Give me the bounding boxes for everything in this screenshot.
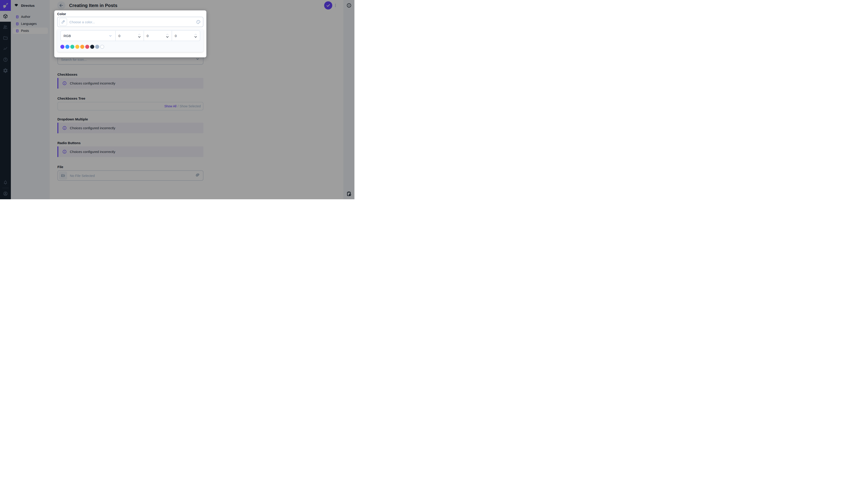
- color-swatch[interactable]: [100, 45, 104, 49]
- channel-input-r[interactable]: 0: [115, 31, 144, 41]
- color-input-placeholder: Choose a color...: [69, 20, 95, 24]
- chevron-down-icon[interactable]: [194, 36, 197, 38]
- chevron-down-icon: [108, 34, 113, 38]
- eyedropper-button[interactable]: [59, 18, 67, 26]
- color-picker-popup: Color Choose a color...: [54, 10, 206, 57]
- color-swatch[interactable]: [80, 45, 84, 49]
- color-swatch[interactable]: [95, 45, 99, 49]
- chevron-down-icon[interactable]: [166, 36, 169, 38]
- channel-value: 0: [147, 34, 149, 38]
- channel-value: 0: [119, 34, 120, 38]
- stepper: [166, 33, 169, 38]
- color-input[interactable]: Choose a color...: [57, 17, 204, 27]
- color-swatch[interactable]: [70, 45, 74, 49]
- channel-input-b[interactable]: 0: [172, 31, 200, 41]
- color-swatch[interactable]: [85, 45, 89, 49]
- chevron-up-icon[interactable]: [194, 33, 197, 35]
- preset-swatches: [60, 45, 200, 49]
- color-mode-value: RGB: [64, 34, 71, 38]
- stepper: [138, 33, 141, 38]
- color-value-inputs: RGB 0 0: [60, 30, 200, 41]
- color-mode-select[interactable]: RGB: [61, 31, 115, 41]
- palette-icon: [196, 20, 201, 24]
- color-swatch[interactable]: [60, 45, 64, 49]
- palette-button[interactable]: [196, 20, 201, 24]
- channel-input-g[interactable]: 0: [144, 31, 172, 41]
- color-field-label: Color: [57, 12, 204, 16]
- stepper: [194, 33, 197, 38]
- channel-value: 0: [175, 34, 177, 38]
- chevron-down-icon[interactable]: [138, 36, 141, 38]
- chevron-up-icon[interactable]: [166, 33, 169, 35]
- color-picker-menu: RGB 0 0: [57, 29, 204, 52]
- chevron-up-icon[interactable]: [138, 33, 141, 35]
- app: Directus Author Languages: [0, 0, 354, 199]
- color-swatch[interactable]: [75, 45, 79, 49]
- color-swatch[interactable]: [90, 45, 94, 49]
- color-swatch[interactable]: [65, 45, 69, 49]
- eyedropper-icon: [61, 20, 65, 24]
